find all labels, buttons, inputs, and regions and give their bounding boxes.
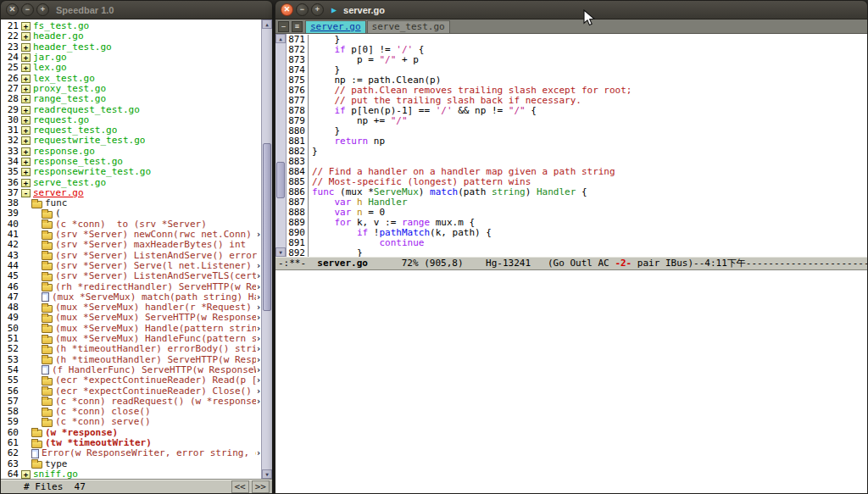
minus-icon[interactable]: - xyxy=(21,189,31,197)
plus-icon[interactable]: + xyxy=(21,106,31,114)
speedbar-item[interactable]: 44(srv *Server) Serve(l net.Listener) e› xyxy=(1,261,261,271)
plus-icon[interactable]: + xyxy=(21,43,31,52)
plus-icon[interactable]: + xyxy=(21,179,31,187)
speedbar-item[interactable]: 32+requestwrite_test.go xyxy=(1,136,261,146)
speedbar-item[interactable]: 57(c *conn) readRequest() (w *response,› xyxy=(1,397,261,407)
editor-scrollbar[interactable]: ▲ ▼ xyxy=(275,34,287,257)
plus-icon[interactable]: + xyxy=(21,147,31,156)
speedbar-item[interactable]: 25+lex.go xyxy=(1,63,261,73)
speedbar-item-label: (c *conn) serve() xyxy=(55,417,151,427)
speedbar-item[interactable]: 53(h *timeoutHandler) ServeHTTP(w Respo› xyxy=(1,355,261,365)
speedbar-item[interactable]: 51(mux *ServeMux) HandleFunc(pattern st› xyxy=(1,334,261,344)
speedbar-item[interactable]: 39( xyxy=(1,208,261,219)
speedbar-item[interactable]: 59(c *conn) serve() xyxy=(1,417,261,427)
speedbar-item[interactable]: 23+header_test.go xyxy=(1,42,261,53)
speedbar-item[interactable]: 22+header.go xyxy=(1,31,261,42)
code-line[interactable]: 892 } xyxy=(287,248,867,257)
code-line[interactable]: 879 np += "/" xyxy=(287,116,867,126)
speedbar-item[interactable]: 52(h *timeoutHandler) errorBody() strin› xyxy=(1,344,261,354)
speedbar-item[interactable]: 35+responsewrite_test.go xyxy=(1,167,261,177)
scroll-up-icon[interactable]: ▲ xyxy=(275,34,286,43)
code-line[interactable]: 881 return np xyxy=(287,136,867,147)
speedbar-scrollbar-trough[interactable] xyxy=(262,29,272,469)
plus-icon[interactable]: + xyxy=(21,95,31,103)
close-icon[interactable]: ✕ xyxy=(6,3,19,16)
scroll-down-icon[interactable]: ▼ xyxy=(275,247,286,257)
maximize-icon[interactable]: + xyxy=(36,3,49,16)
code-line[interactable]: 882} xyxy=(287,147,867,157)
speedbar-item[interactable]: 41(srv *Server) newConn(rwc net.Conn) (› xyxy=(1,230,261,240)
speedbar-item[interactable]: 49(mux *ServeMux) ServeHTTP(w ResponseW› xyxy=(1,313,261,323)
modeline-text: pair IBus)--4:11下午----------------------… xyxy=(632,258,867,269)
speedbar-item[interactable]: 38func xyxy=(1,198,261,208)
plus-icon[interactable]: + xyxy=(21,85,31,93)
tab-serve_test-go[interactable]: serve_test.go xyxy=(367,20,450,33)
plus-icon[interactable]: + xyxy=(21,22,31,31)
speedbar-item[interactable]: 48(mux *ServeMux) handler(r *Request) H› xyxy=(1,303,261,313)
speedbar-item-label: server.go xyxy=(33,188,84,198)
scroll-down-icon[interactable]: ▼ xyxy=(262,469,272,479)
editor-scrollbar-thumb[interactable] xyxy=(276,162,285,198)
speedbar-item[interactable]: 28+range_test.go xyxy=(1,94,261,104)
folder-icon xyxy=(42,347,53,354)
speedbar-item[interactable]: 26+lex_test.go xyxy=(1,73,261,83)
editor-scrollbar-trough[interactable] xyxy=(275,43,286,247)
code-line[interactable]: 873 p = "/" + p xyxy=(287,55,867,65)
speedbar-item[interactable]: 21+fs_test.go xyxy=(1,21,261,31)
speedbar-item[interactable]: 43(srv *Server) ListenAndServe() error xyxy=(1,251,261,261)
line-number: 43 xyxy=(1,251,19,261)
minibuffer[interactable] xyxy=(275,270,867,493)
minimize-icon[interactable]: − xyxy=(21,3,34,16)
speedbar-item[interactable]: 33+response.go xyxy=(1,147,261,157)
speedbar-item[interactable]: 47(mux *ServeMux) match(path string) Ha› xyxy=(1,292,261,303)
plus-icon[interactable]: + xyxy=(21,32,31,41)
close-icon[interactable]: ✕ xyxy=(281,3,293,16)
tabbar-scroll-button[interactable]: − xyxy=(278,21,289,32)
speedbar-scrollbar[interactable]: ▲ ▼ xyxy=(261,19,272,479)
code-pane[interactable]: 871 }872 if p[0] != '/' {873 p = "/" + p… xyxy=(287,34,867,257)
speedbar-scrollbar-thumb[interactable] xyxy=(263,143,271,311)
scroll-up-icon[interactable]: ▲ xyxy=(262,19,272,29)
tabbar-list-button[interactable]: ≡ xyxy=(292,21,303,32)
plus-icon[interactable]: + xyxy=(21,136,31,145)
plus-icon[interactable]: + xyxy=(21,75,31,83)
plus-icon[interactable]: + xyxy=(21,116,31,125)
speedbar-item[interactable]: 55(ecr *expectContinueReader) Read(p [› xyxy=(1,375,261,386)
speedbar-item[interactable]: 30+request.go xyxy=(1,115,261,125)
speedbar-item[interactable]: 54(f HandlerFunc) ServeHTTP(w ResponseW› xyxy=(1,365,261,375)
tab-server-go[interactable]: server.go xyxy=(305,20,366,33)
plus-icon[interactable]: + xyxy=(21,158,31,166)
speedbar-item[interactable]: 50(mux *ServeMux) Handle(pattern string› xyxy=(1,324,261,334)
speedbar-item[interactable]: 63type xyxy=(1,458,261,469)
plus-icon[interactable]: + xyxy=(21,126,31,135)
plus-icon[interactable]: + xyxy=(21,53,31,62)
editor-titlebar[interactable]: ✕ − + ▶ server.go xyxy=(275,1,867,19)
speedbar-item[interactable]: 42(srv *Server) maxHeaderBytes() int xyxy=(1,240,261,250)
speedbar-item[interactable]: 31+request_test.go xyxy=(1,125,261,136)
speedbar-titlebar[interactable]: ✕ − + Speedbar 1.0 xyxy=(1,1,272,19)
maximize-icon[interactable]: + xyxy=(311,3,324,16)
speedbar-item[interactable]: 29+readrequest_test.go xyxy=(1,104,261,114)
speedbar-item[interactable]: 27+proxy_test.go xyxy=(1,84,261,94)
speedbar-item[interactable]: 24+jar.go xyxy=(1,53,261,63)
speedbar-item[interactable]: 60(w *response) xyxy=(1,428,261,438)
speedbar-item-label: (srv *Server) ListenAndServeTLS(certF xyxy=(55,271,256,281)
minimize-icon[interactable]: − xyxy=(296,3,309,16)
code-line[interactable]: 891 continue xyxy=(287,238,867,248)
speedbar-item[interactable]: 36+serve_test.go xyxy=(1,177,261,187)
speedbar-item[interactable]: 61(tw *timeoutWriter) xyxy=(1,438,261,448)
speedbar-item[interactable]: 45(srv *Server) ListenAndServeTLS(certF› xyxy=(1,271,261,281)
plus-icon[interactable]: + xyxy=(21,168,31,176)
speedbar-forward-button[interactable]: >> xyxy=(252,480,270,493)
speedbar-item[interactable]: 40(c *conn) to (srv *Server) xyxy=(1,219,261,230)
speedbar-back-button[interactable]: << xyxy=(231,480,249,493)
speedbar-item[interactable]: 37-server.go xyxy=(1,188,261,198)
speedbar-item[interactable]: 46(rh *redirectHandler) ServeHTTP(w Res› xyxy=(1,281,261,291)
speedbar-item[interactable]: 56(ecr *expectContinueReader) Close() e› xyxy=(1,386,261,396)
plus-icon[interactable]: + xyxy=(21,470,31,479)
plus-icon[interactable]: + xyxy=(21,64,31,72)
speedbar-item[interactable]: 58(c *conn) close() xyxy=(1,407,261,417)
speedbar-item[interactable]: 34+response_test.go xyxy=(1,157,261,167)
speedbar-item[interactable]: 64+sniff.go xyxy=(1,469,261,479)
speedbar-item[interactable]: 62Error(w ResponseWriter, error string, … xyxy=(1,448,261,458)
